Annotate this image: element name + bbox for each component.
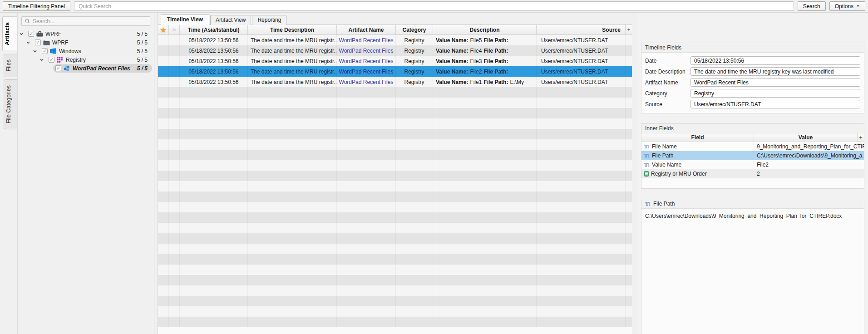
favorite-cell[interactable] <box>158 233 169 244</box>
row-menu-cell[interactable] <box>169 254 180 265</box>
favorite-cell[interactable] <box>158 306 169 317</box>
empty-table-row[interactable] <box>158 181 632 192</box>
row-menu-cell[interactable] <box>169 129 180 139</box>
favorite-cell[interactable] <box>158 118 169 129</box>
row-menu-cell[interactable] <box>169 244 180 254</box>
column-header-source[interactable]: Source <box>537 25 626 34</box>
empty-table-row[interactable] <box>158 87 632 98</box>
tree-item-body[interactable]: ✓ WPRF 5 / 5 <box>26 29 152 38</box>
empty-table-row[interactable] <box>158 192 632 202</box>
column-header-time-description[interactable]: Time Description <box>248 25 337 34</box>
row-menu-cell[interactable] <box>169 296 180 306</box>
inner-field-row[interactable]: Registry or MRU Order 2 <box>641 169 864 178</box>
empty-table-row[interactable] <box>158 265 632 275</box>
empty-table-row[interactable] <box>158 254 632 265</box>
timeline-table-row[interactable]: 05/18/2022 13:50:56 The date and time th… <box>158 66 632 77</box>
side-tab-artifacts[interactable]: Artifacts <box>2 16 17 51</box>
artifact-name-link[interactable]: WordPad Recent Files <box>339 37 394 44</box>
column-header-category[interactable]: Category <box>396 25 433 34</box>
tree-item-checkbox[interactable]: ✓ <box>55 65 61 71</box>
favorite-cell[interactable] <box>158 192 169 202</box>
timeline-table-row[interactable]: 05/18/2022 13:50:56 The date and time th… <box>158 77 632 87</box>
view-tab-timeline-view[interactable]: Timeline View <box>161 14 209 25</box>
options-button[interactable]: Options ▼ <box>829 1 865 11</box>
empty-table-row[interactable] <box>158 171 632 181</box>
tree-item-checkbox[interactable]: ✓ <box>35 39 41 45</box>
inner-field-row[interactable]: TI Value Name File2 <box>641 160 864 169</box>
favorite-cell[interactable] <box>158 275 169 285</box>
row-menu-cell[interactable] <box>169 118 180 129</box>
tree-item[interactable]: ✓ Registry 5 / 5 <box>18 55 154 64</box>
favorite-cell[interactable] <box>158 56 169 66</box>
favorite-cell[interactable] <box>158 66 169 77</box>
tree-expander-icon[interactable] <box>26 41 33 44</box>
timeline-table-row[interactable]: 05/18/2022 13:50:56 The date and time th… <box>158 56 632 66</box>
view-tab-reporting[interactable]: Reporting <box>252 15 286 25</box>
tree-item[interactable]: ✓ Windows 5 / 5 <box>18 47 154 55</box>
tree-item-body[interactable]: ✓ WPRF 5 / 5 <box>33 38 152 47</box>
artifact-name-link[interactable]: WordPad Recent Files <box>339 48 394 54</box>
tree-item-body[interactable]: ✓ Windows 5 / 5 <box>39 47 152 55</box>
favorite-cell[interactable] <box>158 160 169 171</box>
row-menu-cell[interactable] <box>169 150 180 160</box>
tree-item-body[interactable]: ✓ Registry 5 / 5 <box>46 55 152 64</box>
panel-splitter[interactable] <box>154 13 158 334</box>
empty-table-row[interactable] <box>158 223 632 233</box>
row-menu-cell[interactable] <box>169 223 180 233</box>
favorite-cell[interactable] <box>158 98 169 108</box>
table-scrollbar-lane[interactable] <box>632 13 637 334</box>
empty-table-row[interactable] <box>158 118 632 129</box>
empty-table-row[interactable] <box>158 233 632 244</box>
favorite-cell[interactable] <box>158 212 169 223</box>
empty-table-row[interactable] <box>158 306 632 317</box>
favorite-cell[interactable] <box>158 108 169 118</box>
row-menu-cell[interactable] <box>169 66 180 77</box>
field-input-date[interactable] <box>690 56 860 65</box>
empty-table-row[interactable] <box>158 212 632 223</box>
favorite-cell[interactable] <box>158 202 169 212</box>
favorite-cell[interactable] <box>158 265 169 275</box>
inner-field-row[interactable]: TI File Path C:\Users\emrec\Downloads\9_… <box>641 151 864 160</box>
add-column-button[interactable]: + <box>858 133 864 142</box>
artifact-name-link[interactable]: WordPad Recent Files <box>339 79 394 85</box>
artifact-name-link[interactable]: WordPad Recent Files <box>339 58 394 64</box>
tree-search-input[interactable] <box>33 18 147 25</box>
favorite-cell[interactable] <box>158 244 169 254</box>
tree-item-checkbox[interactable]: ✓ <box>42 48 48 54</box>
favorite-cell[interactable] <box>158 77 169 87</box>
empty-table-row[interactable] <box>158 317 632 327</box>
favorite-cell[interactable] <box>158 254 169 265</box>
tree-expander-icon[interactable] <box>33 50 39 53</box>
tree-item-checkbox[interactable]: ✓ <box>28 31 34 37</box>
side-tab-files[interactable]: Files <box>4 54 17 77</box>
empty-table-row[interactable] <box>158 139 632 150</box>
favorite-cell[interactable] <box>158 150 169 160</box>
row-menu-cell[interactable] <box>169 265 180 275</box>
row-menu-cell[interactable] <box>169 202 180 212</box>
row-menu-cell[interactable] <box>169 56 180 66</box>
favorite-cell[interactable] <box>158 129 169 139</box>
favorite-cell[interactable] <box>158 171 169 181</box>
tree-item[interactable]: ✓ WPRF 5 / 5 <box>18 38 154 47</box>
timeline-filtering-panel-button[interactable]: Timeline Filtering Panel <box>3 1 70 11</box>
column-header-artifact-name[interactable]: Artifact Name <box>337 25 396 34</box>
side-tab-file-categories[interactable]: File Categories <box>4 79 17 129</box>
empty-table-row[interactable] <box>158 108 632 118</box>
row-menu-cell[interactable] <box>169 139 180 150</box>
row-menu-cell[interactable] <box>169 35 180 45</box>
favorite-cell[interactable] <box>158 223 169 233</box>
field-input-category[interactable] <box>690 89 860 98</box>
favorite-column-header[interactable]: ★ <box>158 25 169 34</box>
favorite-cell[interactable] <box>158 87 169 98</box>
column-header-time-asia-istanbul-[interactable]: Time (Asia/Istanbul) <box>180 25 248 34</box>
artifact-name-link[interactable]: WordPad Recent Files <box>339 69 394 75</box>
search-button[interactable]: Search <box>798 1 826 11</box>
empty-table-row[interactable] <box>158 129 632 139</box>
timeline-table-row[interactable]: 05/18/2022 13:50:56 The date and time th… <box>158 35 632 45</box>
tree-item[interactable]: ✓ WPRF 5 / 5 <box>18 29 154 38</box>
empty-table-row[interactable] <box>158 244 632 254</box>
empty-table-row[interactable] <box>158 202 632 212</box>
empty-table-row[interactable] <box>158 285 632 296</box>
tree-item[interactable]: ✓ WordPad Recent Files 5 / 5 <box>18 64 154 73</box>
field-column-header[interactable]: Field <box>641 133 754 142</box>
